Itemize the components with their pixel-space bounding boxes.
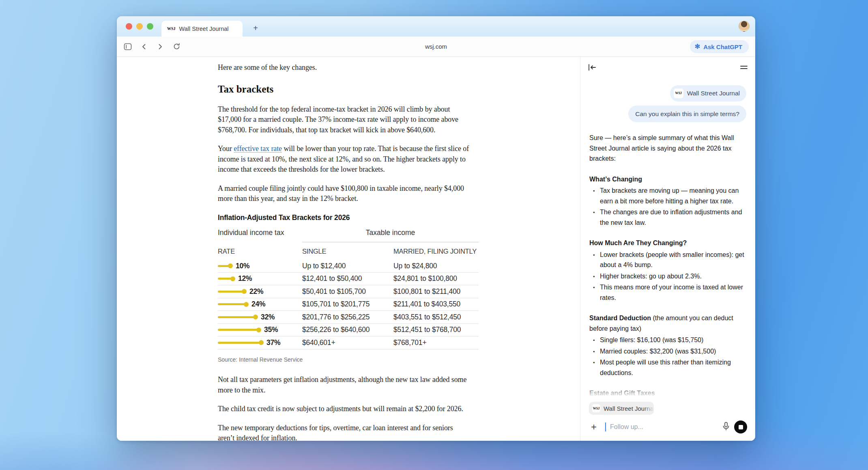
article-paragraph: A married couple filing jointly could ha… xyxy=(218,183,471,204)
rate-dot xyxy=(256,328,261,332)
rate-bar xyxy=(218,278,232,280)
effective-tax-rate-link[interactable]: effective tax rate xyxy=(234,144,282,153)
article-pane: Here are some of the key changes. Tax br… xyxy=(117,57,580,441)
bullet-item: The changes are due to inflation adjustm… xyxy=(589,207,746,228)
sidebar-toggle-icon[interactable] xyxy=(122,41,133,52)
profile-avatar[interactable] xyxy=(739,21,750,32)
rate-bar xyxy=(218,316,254,318)
bullet-item: Single filers: $16,100 (was $15,750) xyxy=(589,335,746,345)
single-range: $640,601+ xyxy=(302,338,393,348)
married-range: $403,551 to $512,450 xyxy=(393,312,479,323)
table-group-label-left: Individual income tax xyxy=(218,228,302,242)
rate-label: 12% xyxy=(238,274,252,284)
wsj-favicon: WSJ xyxy=(167,26,176,31)
zoom-window-button[interactable] xyxy=(147,23,153,30)
minimize-window-button[interactable] xyxy=(136,23,143,30)
wsj-logo-icon: WSJ xyxy=(592,404,600,412)
section-heading: Estate and Gift Taxes xyxy=(589,388,746,399)
bullet-item: This means more of your income is taxed … xyxy=(589,282,746,303)
married-range: $100,801 to $211,400 xyxy=(393,287,479,297)
article-paragraph: Not all tax parameters get inflation adj… xyxy=(218,375,471,395)
table-title: Inflation-Adjusted Tax Brackets for 2026 xyxy=(218,213,479,223)
browser-toolbar: wsj.com ✻ Ask ChatGPT xyxy=(117,37,755,57)
article-heading-tax-brackets: Tax brackets xyxy=(218,83,471,95)
married-range: $768,701+ xyxy=(393,338,479,348)
traffic-lights xyxy=(126,23,153,30)
column-header-single: SINGLE xyxy=(302,246,393,257)
rate-label: 32% xyxy=(261,312,275,323)
tab-title: Wall Street Journal xyxy=(179,26,229,32)
bullet-item: Higher brackets: go up about 2.3%. xyxy=(589,271,746,282)
ask-chatgpt-label: Ask ChatGPT xyxy=(703,43,742,50)
tab-strip: WSJ Wall Street Journal + xyxy=(117,16,755,37)
rate-label: 10% xyxy=(236,261,249,272)
single-range: $105,701 to $201,775 xyxy=(302,299,393,310)
married-range: $211,401 to $403,550 xyxy=(393,299,479,310)
bullet-item: Lower brackets (people with smaller inco… xyxy=(589,250,746,270)
article-paragraph: The new temporary deductions for tips, o… xyxy=(218,423,471,441)
user-context-chip: WSJ Wall Street Journal xyxy=(670,85,746,101)
assistant-message: Sure — here’s a simple summary of what t… xyxy=(589,133,746,410)
composer-context-chip[interactable]: WSJ Wall Street Journa xyxy=(589,402,654,415)
rate-label: 37% xyxy=(266,338,280,348)
married-range: $24,801 to $100,800 xyxy=(393,274,479,284)
rate-dot xyxy=(244,302,249,307)
attach-button[interactable]: + xyxy=(589,423,599,431)
table-row: 10% Up to $12,400 Up to $24,800 xyxy=(218,260,479,273)
bullet-item: Married couples: $32,200 (was $31,500) xyxy=(589,346,746,357)
chip-fade xyxy=(643,402,654,415)
browser-window: WSJ Wall Street Journal + wsj.com ✻ Ask … xyxy=(117,16,755,441)
follow-up-input[interactable] xyxy=(610,423,718,431)
article-paragraph: Your effective tax rate will be lower th… xyxy=(218,144,471,175)
section-heading: How Much Are They Changing? xyxy=(589,238,746,248)
rate-dot xyxy=(253,315,258,319)
back-button[interactable] xyxy=(139,41,149,52)
single-range: $201,776 to $256,225 xyxy=(302,312,393,323)
column-header-married: MARRIED, FILING JOINTLY xyxy=(393,246,479,257)
tab-wall-street-journal[interactable]: WSJ Wall Street Journal xyxy=(161,21,243,37)
close-window-button[interactable] xyxy=(126,23,132,30)
stop-icon xyxy=(739,425,743,429)
user-message: Can you explain this in simple terms? xyxy=(628,106,746,123)
table-row: 35% $256,226 to $640,600 $512,451 to $76… xyxy=(218,324,479,337)
rate-label: 22% xyxy=(249,287,263,297)
menu-icon[interactable] xyxy=(740,65,748,72)
table-row: 24% $105,701 to $201,775 $211,401 to $40… xyxy=(218,298,479,311)
collapse-sidebar-icon[interactable] xyxy=(588,63,597,73)
heading-bold-part: Standard Deduction xyxy=(589,315,651,321)
wsj-logo-icon: WSJ xyxy=(674,88,683,98)
single-range: $50,401 to $105,700 xyxy=(302,287,393,297)
text-caret xyxy=(605,423,606,431)
rate-dot xyxy=(228,263,233,268)
assistant-intro: Sure — here’s a simple summary of what t… xyxy=(589,133,746,164)
section-heading: What’s Changing xyxy=(589,174,746,185)
rate-bar xyxy=(218,342,260,344)
single-range: $256,226 to $640,600 xyxy=(302,325,393,335)
single-range: Up to $12,400 xyxy=(302,261,393,272)
rate-bar xyxy=(218,291,243,293)
stop-button[interactable] xyxy=(734,420,747,433)
paragraph-text: Your xyxy=(218,144,234,153)
single-range: $12,401 to $50,400 xyxy=(302,274,393,284)
chat-composer: WSJ Wall Street Journa + xyxy=(581,402,755,441)
rate-dot xyxy=(259,340,264,345)
section-heading: Standard Deduction (the amount you can d… xyxy=(589,313,746,334)
chatgpt-sidebar: WSJ Wall Street Journal Can you explain … xyxy=(580,57,755,441)
table-row: 32% $201,776 to $256,225 $403,551 to $51… xyxy=(218,311,479,324)
married-range: $512,451 to $768,700 xyxy=(393,325,479,335)
bullet-item: Most people will use this rather than it… xyxy=(589,357,746,378)
rate-label: 35% xyxy=(264,325,278,335)
reload-button[interactable] xyxy=(171,41,182,52)
table-row: 22% $50,401 to $105,700 $100,801 to $211… xyxy=(218,285,479,298)
ask-chatgpt-button[interactable]: ✻ Ask ChatGPT xyxy=(690,40,749,53)
forward-button[interactable] xyxy=(155,41,165,52)
context-chip-label: Wall Street Journal xyxy=(687,88,740,99)
rate-dot xyxy=(242,289,247,294)
rate-label: 24% xyxy=(251,299,265,310)
address-bar[interactable]: wsj.com xyxy=(425,43,447,50)
married-range: Up to $24,800 xyxy=(393,261,479,272)
table-group-label-right: Taxable income xyxy=(302,228,479,242)
new-tab-button[interactable]: + xyxy=(251,24,260,33)
microphone-icon[interactable] xyxy=(722,422,730,432)
openai-logo-icon: ✻ xyxy=(695,43,700,50)
